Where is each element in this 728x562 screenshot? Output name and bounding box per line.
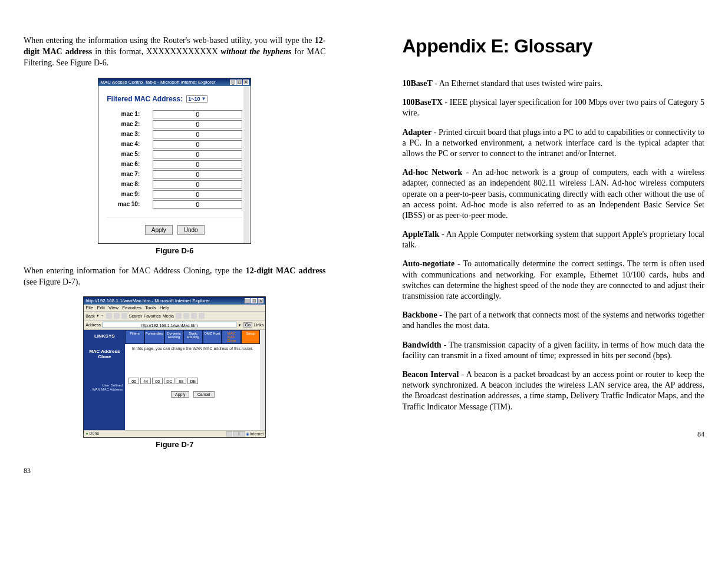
tab-dynamic-routing[interactable]: Dynamic Routing xyxy=(164,330,184,344)
mac-input[interactable]: 0 xyxy=(153,160,242,168)
mac-input[interactable]: 0 xyxy=(153,190,242,199)
figure-d6-wrap: MAC Access Control Table - Microsoft Int… xyxy=(24,78,326,255)
mac-input[interactable]: 0 xyxy=(153,140,242,148)
menu-tools[interactable]: Tools xyxy=(145,305,156,310)
links-label[interactable]: Links xyxy=(254,323,263,327)
glossary-entry: 100BaseTX - IEEE physical layer specific… xyxy=(403,97,705,118)
d6-body: Filtered MAC Address: 1~10 ▼ mac 1:0 mac… xyxy=(98,86,251,243)
sidebar-sub1: User Defined xyxy=(86,384,123,388)
chevron-down-icon: ▼ xyxy=(201,96,206,101)
ie-window-controls: _ □ × xyxy=(230,80,249,85)
tab-static-routing[interactable]: Static Routing xyxy=(183,330,203,344)
address-input[interactable]: http://192.168.1.1/wanMac.htm xyxy=(103,322,236,328)
menu-favorites[interactable]: Favorites xyxy=(122,305,141,310)
menu-file[interactable]: File xyxy=(85,305,93,310)
history-icon[interactable] xyxy=(176,313,182,319)
glossary-def: - The part of a network that connects mo… xyxy=(403,310,705,330)
glossary-def: - An Ethernet standard that uses twisted… xyxy=(433,79,602,88)
apply-button[interactable]: Apply xyxy=(171,391,190,398)
media-button[interactable]: Media xyxy=(163,314,174,318)
glossary-term: Ad-hoc Network xyxy=(403,168,463,177)
mac-octet-input[interactable]: 44 xyxy=(140,378,151,384)
page-left: When entering the information using the … xyxy=(24,35,332,475)
search-button[interactable]: Search xyxy=(129,314,142,318)
glossary-term: Adapter xyxy=(403,128,432,137)
tab-forwarding[interactable]: Forwarding xyxy=(144,330,164,344)
mac-input[interactable]: 0 xyxy=(153,170,242,178)
mac-input[interactable]: 0 xyxy=(153,110,242,118)
glossary-term: Auto-negotiate xyxy=(403,259,455,268)
print-icon[interactable] xyxy=(191,313,197,319)
tab-filters[interactable]: Filters xyxy=(125,330,144,344)
tab-mac-clone[interactable]: MAC Addr. Clone xyxy=(222,330,241,344)
close-icon[interactable]: × xyxy=(243,80,249,85)
apply-button[interactable]: Apply xyxy=(145,225,173,235)
menu-view[interactable]: View xyxy=(108,305,118,310)
mac-input[interactable]: 0 xyxy=(153,130,242,138)
para2-post: (see Figure D-7). xyxy=(24,277,80,286)
mac-label: mac 9: xyxy=(107,191,153,197)
menu-help[interactable]: Help xyxy=(160,305,169,310)
cancel-button[interactable]: Cancel xyxy=(193,391,215,398)
mac-row: mac 7:0 xyxy=(107,170,242,178)
go-button[interactable]: Go xyxy=(243,322,252,328)
mac-input[interactable]: 0 xyxy=(153,150,242,158)
range-value: 1~10 xyxy=(188,96,200,102)
filtered-mac-label: Filtered MAC Address: xyxy=(107,95,183,103)
mac-label: mac 2: xyxy=(107,121,153,127)
mac-octet-input[interactable]: 00 xyxy=(129,378,139,384)
filtered-mac-header: Filtered MAC Address: 1~10 ▼ xyxy=(107,95,242,103)
mac-row: mac 10:0 xyxy=(107,200,242,209)
para2-pre: When entering information for MAC Addres… xyxy=(24,266,246,275)
minimize-icon[interactable]: _ xyxy=(245,298,251,303)
mac-octet-input[interactable]: DE xyxy=(187,378,198,384)
mac-input[interactable]: 0 xyxy=(153,180,242,189)
home-icon[interactable] xyxy=(121,313,127,319)
edit-icon[interactable] xyxy=(199,313,205,319)
mac-octet-input[interactable]: 88 xyxy=(176,378,186,384)
ie7-window-controls: _ □ × xyxy=(245,298,263,303)
mac-row: mac 1:0 xyxy=(107,110,242,118)
intro-text: When entering the information using the … xyxy=(24,36,315,45)
glossary-term: Beacon Interval xyxy=(403,370,459,379)
linksys-logo: LINKSYS xyxy=(86,333,123,339)
stop-icon[interactable] xyxy=(106,313,112,319)
intro-italic: without the hyphens xyxy=(221,47,292,56)
glossary-entry: Bandwidth - The transmission capacity of… xyxy=(403,340,705,361)
para2-bold: 12-digit MAC address xyxy=(246,266,326,275)
mail-icon[interactable] xyxy=(183,313,189,319)
maximize-icon[interactable]: □ xyxy=(236,80,242,85)
status-right: ◉ Internet xyxy=(226,431,264,437)
mac-row: mac 6:0 xyxy=(107,160,242,168)
status-done: ● Done xyxy=(85,431,99,437)
mac-row: mac 9:0 xyxy=(107,190,242,199)
mac-octet-input[interactable]: DC xyxy=(164,378,174,384)
close-icon[interactable]: × xyxy=(258,298,263,303)
maximize-icon[interactable]: □ xyxy=(251,298,257,303)
page-description: In this page, you can change the WAN MAC… xyxy=(125,344,260,356)
figure-d6-caption: Figure D-6 xyxy=(24,246,326,255)
mac-input[interactable]: 0 xyxy=(153,120,242,128)
mac-label: mac 1: xyxy=(107,111,153,117)
glossary-entry: AppleTalk - An Apple Computer networking… xyxy=(403,229,705,250)
undo-button[interactable]: Undo xyxy=(177,225,205,235)
ie-window-d7: http://192.168.1.1/wanMac.htm - Microsof… xyxy=(83,296,266,438)
para2: When entering information for MAC Addres… xyxy=(24,266,326,288)
tab-setup[interactable]: Setup xyxy=(241,330,261,344)
ie-title-text: MAC Access Control Table - Microsoft Int… xyxy=(100,80,215,85)
tab-dmz-host[interactable]: DMZ Host xyxy=(203,330,222,344)
mac-label: mac 6: xyxy=(107,161,153,167)
figure-d7-caption: Figure D-7 xyxy=(24,440,326,449)
mac-octet-input[interactable]: 00 xyxy=(152,378,163,384)
mac-input[interactable]: 0 xyxy=(153,200,242,209)
range-select[interactable]: 1~10 ▼ xyxy=(186,95,207,103)
minimize-icon[interactable]: _ xyxy=(230,80,236,85)
menu-edit[interactable]: Edit xyxy=(97,305,105,310)
ie7-content: LINKSYS MAC Address Clone User Defined W… xyxy=(84,330,265,430)
favorites-button[interactable]: Favorites xyxy=(144,314,161,318)
glossary-term: AppleTalk xyxy=(403,230,440,239)
refresh-icon[interactable] xyxy=(114,313,120,319)
back-button[interactable]: Back xyxy=(85,314,95,318)
glossary-entry: Backbone - The part of a network that co… xyxy=(403,310,705,331)
address-label: Address xyxy=(85,323,101,327)
